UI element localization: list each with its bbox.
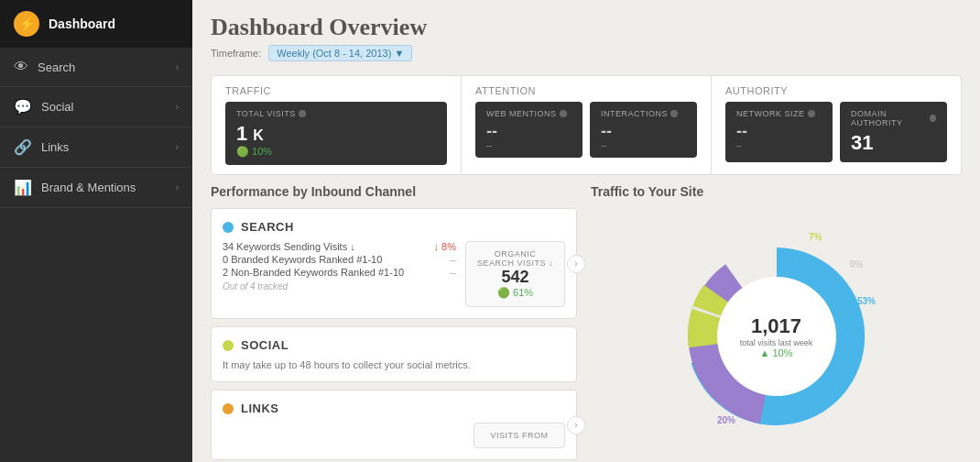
chevron-right-icon: › xyxy=(176,182,179,192)
web-mentions-label: WEB MENTIONS xyxy=(486,109,557,118)
info-icon xyxy=(670,110,678,117)
search-stat-nonbranded: 2 Non-Branded Keywords Ranked #1-10 -- xyxy=(223,267,456,278)
total-visits-value: 1 K xyxy=(236,122,436,146)
web-mentions-value: -- xyxy=(486,122,572,141)
search-channel-name: SEARCH xyxy=(241,220,294,234)
search-channel-body: 34 Keywords Sending Visits ↓ ↓ 8% 0 Bran… xyxy=(223,241,565,307)
donut-center-value: 1,017 xyxy=(740,314,813,338)
chart-icon: 📊 xyxy=(14,179,32,196)
web-mentions-sub: -- xyxy=(486,141,572,150)
interactions-card: INTERACTIONS -- -- xyxy=(590,102,697,158)
organic-pct: 🟢 61% xyxy=(477,287,553,299)
sidebar-item-search[interactable]: 👁 Search › xyxy=(0,48,192,87)
organic-box: ORGANIC search visits ↓ 542 🟢 61% xyxy=(465,241,565,307)
chat-icon: 💬 xyxy=(14,98,32,116)
search-channel-dot xyxy=(223,222,234,233)
donut-label-20: 20% xyxy=(717,415,735,425)
domain-authority-card: DOMAIN AUTHORITY 31 xyxy=(840,102,947,162)
dashboard-icon: ⚡ xyxy=(14,11,39,37)
network-size-card: NETWORK SIZE -- -- xyxy=(725,102,833,162)
links-visits-box: VISITS from xyxy=(474,423,565,448)
timeframe-dropdown[interactable]: Weekly (Oct 8 - 14, 2013) ▼ xyxy=(268,45,412,61)
links-stats xyxy=(223,423,464,448)
link-icon: 🔗 xyxy=(14,138,32,156)
chevron-right-icon: › xyxy=(176,142,179,152)
sidebar-label-links: Links xyxy=(41,140,69,154)
info-icon xyxy=(808,110,815,117)
traffic-chart-title: Traffic to Your Site xyxy=(591,184,962,199)
info-icon xyxy=(930,115,936,122)
main-content: Dashboard Overview Timeframe: Weekly (Oc… xyxy=(192,0,980,462)
traffic-title: Traffic xyxy=(225,85,447,96)
social-channel-card: SOCIAL It may take up to 48 hours to col… xyxy=(211,326,577,382)
sidebar-label-search: Search xyxy=(38,60,75,74)
sidebar: ⚡ Dashboard 👁 Search › 💬 Social › 🔗 Link… xyxy=(0,0,192,462)
total-visits-label: TOTAL VISITS xyxy=(236,109,296,118)
network-size-value: -- xyxy=(736,122,822,141)
donut-label-53: 53% xyxy=(857,296,876,306)
metrics-bar: Traffic TOTAL VISITS 1 K 🟢 10% Attention xyxy=(211,75,962,175)
sidebar-label-brand: Brand & Mentions xyxy=(41,181,136,194)
authority-title: Authority xyxy=(725,85,947,96)
sidebar-item-brand-mentions[interactable]: 📊 Brand & Mentions › xyxy=(0,168,192,208)
social-channel-dot xyxy=(223,340,234,351)
scroll-right-icon[interactable]: › xyxy=(567,255,585,273)
web-mentions-card: WEB MENTIONS -- -- xyxy=(475,102,583,158)
links-visits-label: VISITS from xyxy=(485,431,553,440)
search-channel-card: SEARCH 34 Keywords Sending Visits ↓ ↓ 8%… xyxy=(211,208,577,319)
links-channel-dot xyxy=(223,403,234,414)
network-size-sub: -- xyxy=(736,141,822,150)
sidebar-header-label: Dashboard xyxy=(49,16,115,31)
organic-sublabel: search visits ↓ xyxy=(477,258,553,268)
links-scroll-icon[interactable]: › xyxy=(567,416,585,434)
donut-center: 1,017 total visits last week ▲ 10% xyxy=(740,314,813,358)
authority-section: Authority NETWORK SIZE -- -- DOMAIN AUTH… xyxy=(712,76,961,174)
donut-label-0: 0% xyxy=(850,259,864,270)
domain-authority-label: DOMAIN AUTHORITY xyxy=(851,109,927,127)
organic-value: 542 xyxy=(477,268,553,287)
traffic-section: Traffic TOTAL VISITS 1 K 🟢 10% xyxy=(212,76,462,174)
right-column: Traffic to Your Site xyxy=(591,184,962,462)
search-stat-branded: 0 Branded Keywords Ranked #1-10 -- xyxy=(223,254,456,265)
chevron-right-icon: › xyxy=(176,102,179,112)
attention-section: Attention WEB MENTIONS -- -- INTERACTION… xyxy=(462,76,712,174)
links-channel-name: LINKS xyxy=(241,402,279,415)
links-channel-body: VISITS from xyxy=(223,423,565,448)
eye-icon: 👁 xyxy=(14,59,28,75)
search-stat-keywords: 34 Keywords Sending Visits ↓ ↓ 8% xyxy=(223,241,456,252)
left-column: Performance by Inbound Channel SEARCH 34… xyxy=(211,184,577,462)
interactions-value: -- xyxy=(601,122,686,141)
donut-chart-container: 53% 20% 7% 0% 1,017 total visits last we… xyxy=(591,208,962,462)
organic-label: ORGANIC xyxy=(477,249,553,258)
social-message: It may take up to 48 hours to collect yo… xyxy=(223,359,565,370)
network-size-label: NETWORK SIZE xyxy=(736,109,805,118)
attention-title: Attention xyxy=(475,85,697,96)
two-col-layout: Performance by Inbound Channel SEARCH 34… xyxy=(192,184,980,462)
donut-center-pct: ▲ 10% xyxy=(740,347,813,358)
chevron-right-icon: › xyxy=(176,62,179,72)
info-icon xyxy=(299,110,306,117)
sidebar-header[interactable]: ⚡ Dashboard xyxy=(0,0,192,48)
social-channel-name: SOCIAL xyxy=(241,338,289,352)
sidebar-label-social: Social xyxy=(41,100,73,114)
donut-center-label: total visits last week xyxy=(740,338,813,347)
domain-authority-value: 31 xyxy=(851,131,936,155)
page-header: Dashboard Overview Timeframe: Weekly (Oc… xyxy=(192,0,980,66)
interactions-label: INTERACTIONS xyxy=(601,109,668,118)
links-channel-card: LINKS VISITS from › xyxy=(211,390,577,460)
donut-label-7: 7% xyxy=(809,232,822,242)
total-visits-pct: 🟢 10% xyxy=(236,146,436,158)
interactions-sub: -- xyxy=(601,141,686,150)
search-footer: Out of 4 tracked xyxy=(223,281,456,292)
page-title: Dashboard Overview xyxy=(211,14,962,41)
timeframe-label: Timeframe: xyxy=(211,48,261,59)
total-visits-card: TOTAL VISITS 1 K 🟢 10% xyxy=(225,102,447,165)
sidebar-item-links[interactable]: 🔗 Links › xyxy=(0,127,192,168)
sidebar-item-social[interactable]: 💬 Social › xyxy=(0,87,192,127)
info-icon xyxy=(560,110,567,117)
performance-title: Performance by Inbound Channel xyxy=(211,184,577,199)
